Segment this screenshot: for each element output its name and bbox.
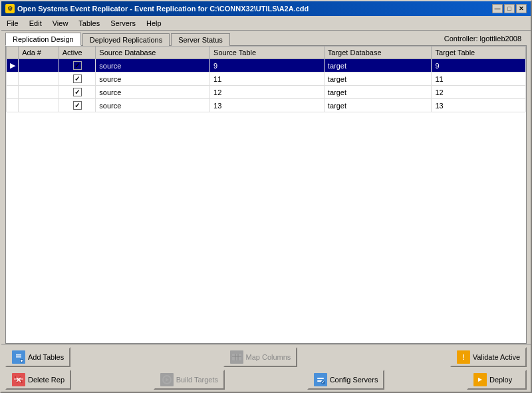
cell-target-db: target: [324, 59, 432, 72]
delete-rep-icon: [12, 373, 25, 386]
data-table-wrapper: Ada # Active Source Database Source Tabl…: [6, 46, 526, 343]
cell-target-db: target: [324, 72, 432, 86]
cell-target-table: 12: [432, 86, 526, 99]
cell-target-db: target: [324, 86, 432, 99]
tab-deployed-replications[interactable]: Deployed Replications: [82, 33, 170, 46]
cell-source-db: source: [96, 99, 210, 112]
col-header-indicator: [7, 47, 19, 59]
menu-servers[interactable]: Servers: [108, 19, 138, 28]
svg-text:✓: ✓: [321, 380, 325, 384]
maximize-button[interactable]: □: [504, 4, 515, 13]
table-row[interactable]: ▶source9target9: [7, 59, 526, 72]
toolbar-row-2: Delete Rep Build Targets ✓ Config Server…: [5, 370, 527, 390]
tabs-container: Replication Design Deployed Replications…: [5, 32, 230, 45]
menu-bar: File Edit View Tables Servers Help: [1, 16, 531, 31]
cell-ada: [19, 99, 59, 112]
col-header-target-table: Target Table: [432, 47, 526, 59]
map-columns-icon: [230, 350, 243, 364]
row-arrow: [7, 86, 19, 99]
cell-active: [59, 59, 96, 72]
title-bar: ⚙ Open Systems Event Replicator - Event …: [1, 1, 531, 16]
cell-ada: [19, 59, 59, 72]
cell-target-table: 9: [432, 59, 526, 72]
deploy-label: Deploy: [489, 376, 512, 384]
delete-rep-label: Delete Rep: [28, 376, 65, 384]
col-header-ada: Ada #: [19, 47, 59, 59]
controller-label: Controller: lgottlieb2008: [439, 33, 527, 45]
menu-view[interactable]: View: [50, 19, 71, 28]
col-header-source-db: Source Database: [96, 47, 210, 59]
table-row[interactable]: source13target13: [7, 99, 526, 112]
window-title: Open Systems Event Replicator - Event Re…: [17, 5, 309, 13]
cell-source-table: 11: [210, 72, 325, 86]
add-tables-icon: [12, 350, 25, 364]
table-row[interactable]: source11target11: [7, 72, 526, 86]
cell-source-db: source: [96, 59, 210, 72]
row-arrow: [7, 99, 19, 112]
build-targets-button[interactable]: Build Targets: [154, 370, 225, 390]
menu-edit[interactable]: Edit: [27, 19, 45, 28]
tab-server-status[interactable]: Server Status: [171, 33, 230, 46]
middle-area: Replication Design Deployed Replications…: [1, 31, 531, 392]
cell-target-table: 11: [432, 72, 526, 86]
title-bar-controls: — □ ✕: [492, 4, 527, 13]
validate-active-icon: !: [457, 350, 470, 364]
build-targets-icon: [160, 373, 174, 386]
deploy-icon: [473, 373, 487, 386]
row-arrow: [7, 72, 19, 86]
add-tables-button[interactable]: Add Tables: [5, 347, 70, 367]
toolbar-row-1: Add Tables Map Columns ! Validate Active: [5, 347, 527, 367]
svg-rect-6: [232, 354, 241, 360]
replication-table: Ada # Active Source Database Source Tabl…: [6, 46, 526, 112]
config-servers-label: Config Servers: [330, 376, 378, 384]
menu-file[interactable]: File: [4, 19, 21, 28]
delete-rep-button[interactable]: Delete Rep: [5, 370, 71, 390]
bottom-toolbar: Add Tables Map Columns ! Validate Active: [1, 344, 531, 392]
validate-active-label: Validate Active: [473, 353, 520, 361]
col-header-active: Active: [59, 47, 96, 59]
svg-rect-0: [14, 352, 23, 359]
cell-target-db: target: [324, 99, 432, 112]
table-header-row: Ada # Active Source Database Source Tabl…: [7, 47, 526, 59]
tab-replication-design[interactable]: Replication Design: [5, 33, 81, 46]
cell-active: [59, 72, 96, 86]
svg-rect-2: [16, 356, 21, 358]
cell-source-table: 12: [210, 86, 325, 99]
cell-target-table: 13: [432, 99, 526, 112]
validate-active-button[interactable]: ! Validate Active: [450, 347, 527, 367]
build-targets-label: Build Targets: [176, 376, 218, 384]
cell-ada: [19, 72, 59, 86]
svg-rect-21: [317, 378, 324, 379]
minimize-button[interactable]: —: [492, 4, 503, 13]
menu-help[interactable]: Help: [144, 19, 164, 28]
config-servers-button[interactable]: ✓ Config Servers: [307, 370, 385, 390]
cell-ada: [19, 86, 59, 99]
col-header-target-db: Target Database: [324, 47, 432, 59]
cell-source-table: 9: [210, 59, 325, 72]
table-row[interactable]: source12target12: [7, 86, 526, 99]
app-window: ⚙ Open Systems Event Replicator - Event …: [0, 0, 532, 393]
deploy-button[interactable]: Deploy: [467, 370, 527, 390]
cell-active: [59, 99, 96, 112]
menu-tables[interactable]: Tables: [76, 19, 102, 28]
cell-source-db: source: [96, 86, 210, 99]
col-header-source-table: Source Table: [210, 47, 325, 59]
svg-rect-1: [16, 354, 21, 356]
cell-active: [59, 86, 96, 99]
map-columns-button[interactable]: Map Columns: [223, 347, 298, 367]
add-tables-label: Add Tables: [28, 353, 64, 361]
title-bar-left: ⚙ Open Systems Event Replicator - Event …: [5, 4, 309, 13]
config-servers-icon: ✓: [314, 373, 327, 386]
svg-text:!: !: [462, 354, 464, 361]
app-icon: ⚙: [5, 4, 15, 13]
svg-marker-19: [166, 378, 169, 382]
close-button[interactable]: ✕: [516, 4, 527, 13]
cell-source-db: source: [96, 72, 210, 86]
row-arrow: ▶: [7, 59, 19, 72]
cell-source-table: 13: [210, 99, 325, 112]
main-panel: Ada # Active Source Database Source Tabl…: [5, 45, 527, 344]
map-columns-label: Map Columns: [246, 353, 291, 361]
